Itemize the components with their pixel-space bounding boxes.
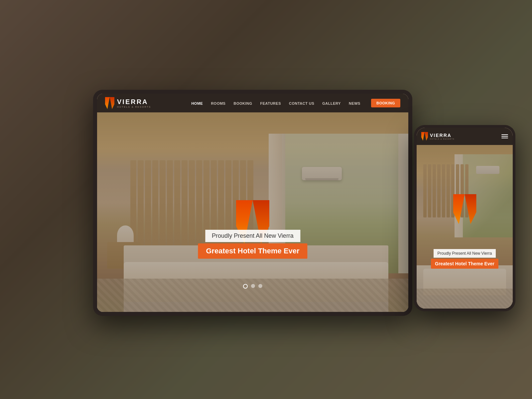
mobile-nav-logo: VIERRA HOTELS & RESORTS bbox=[421, 132, 501, 141]
tablet-brand-name: VIERRA bbox=[117, 98, 151, 105]
nav-link-contact[interactable]: CONTACT US bbox=[289, 101, 314, 105]
tablet-screen: VIERRA HOTELS & RESORTS HOME ROOMS BOOKI… bbox=[97, 94, 408, 312]
nav-link-home[interactable]: HOME bbox=[191, 101, 203, 105]
tablet-nav-links: HOME ROOMS BOOKING FEATURES CONTACT US G… bbox=[191, 99, 400, 107]
mobile-navbar: VIERRA HOTELS & RESORTS bbox=[417, 128, 513, 145]
nav-link-features[interactable]: FEATURES bbox=[260, 101, 281, 105]
tablet-device: VIERRA HOTELS & RESORTS HOME ROOMS BOOKI… bbox=[93, 90, 412, 316]
tablet-hero-text: Proudly Present All New Vierra Greatest … bbox=[198, 230, 307, 259]
v-logo-left bbox=[105, 97, 110, 109]
tablet-navbar: VIERRA HOTELS & RESORTS HOME ROOMS BOOKI… bbox=[97, 94, 408, 112]
mobile-nav-v-logo bbox=[421, 132, 428, 141]
tablet-nav-list: HOME ROOMS BOOKING FEATURES CONTACT US G… bbox=[191, 99, 400, 107]
main-wrapper: VIERRA HOTELS & RESORTS HOME ROOMS BOOKI… bbox=[0, 0, 532, 399]
mobile-v-left bbox=[421, 132, 425, 141]
mobile-nav-brand: VIERRA HOTELS & RESORTS bbox=[430, 133, 455, 140]
mobile-screen: VIERRA HOTELS & RESORTS P bbox=[417, 128, 513, 309]
tablet-slide-indicators bbox=[243, 284, 262, 289]
slide-indicator-3[interactable] bbox=[258, 284, 262, 288]
slide-indicator-2[interactable] bbox=[251, 284, 255, 288]
mobile-v-shape bbox=[453, 194, 476, 224]
tablet-hero-subtitle: Proudly Present All New Vierra bbox=[205, 230, 300, 242]
mobile-v-shape-left bbox=[453, 194, 465, 224]
hamburger-line-1 bbox=[501, 134, 508, 135]
mobile-device: VIERRA HOTELS & RESORTS P bbox=[414, 125, 515, 311]
nav-booking-button[interactable]: BOOKING bbox=[371, 99, 400, 107]
mobile-v-shape-right bbox=[465, 194, 476, 224]
mobile-brand-sub: HOTELS & RESORTS bbox=[430, 138, 455, 140]
mobile-brand-name: VIERRA bbox=[430, 133, 455, 138]
mobile-hero-v-logo bbox=[453, 194, 476, 224]
hamburger-line-2 bbox=[501, 136, 508, 137]
nav-link-news[interactable]: NEWS bbox=[349, 101, 360, 105]
nav-link-booking[interactable]: BOOKING bbox=[233, 101, 252, 105]
tablet-nav-brand-text: VIERRA HOTELS & RESORTS bbox=[117, 98, 151, 108]
tablet-brand-sub: HOTELS & RESORTS bbox=[117, 106, 151, 108]
nav-link-gallery[interactable]: GALLERY bbox=[322, 101, 341, 105]
tablet-nav-v-logo bbox=[105, 97, 114, 109]
mobile-hero-text: Proudly Present All New Vierra Greatest … bbox=[417, 249, 513, 269]
hamburger-line-3 bbox=[501, 138, 508, 138]
mobile-v-right bbox=[425, 132, 428, 141]
tablet-hero-title: Greatest Hotel Theme Ever bbox=[198, 243, 307, 259]
mobile-hero-subtitle: Proudly Present All New Vierra bbox=[434, 249, 496, 258]
nav-link-rooms[interactable]: ROOMS bbox=[211, 101, 225, 105]
tablet-nav-logo: VIERRA HOTELS & RESORTS bbox=[105, 97, 151, 109]
slide-indicator-1[interactable] bbox=[243, 284, 248, 289]
mobile-hero-title: Greatest Hotel Theme Ever bbox=[431, 259, 498, 269]
v-logo-right bbox=[110, 97, 114, 109]
mobile-hamburger-button[interactable] bbox=[501, 134, 508, 138]
